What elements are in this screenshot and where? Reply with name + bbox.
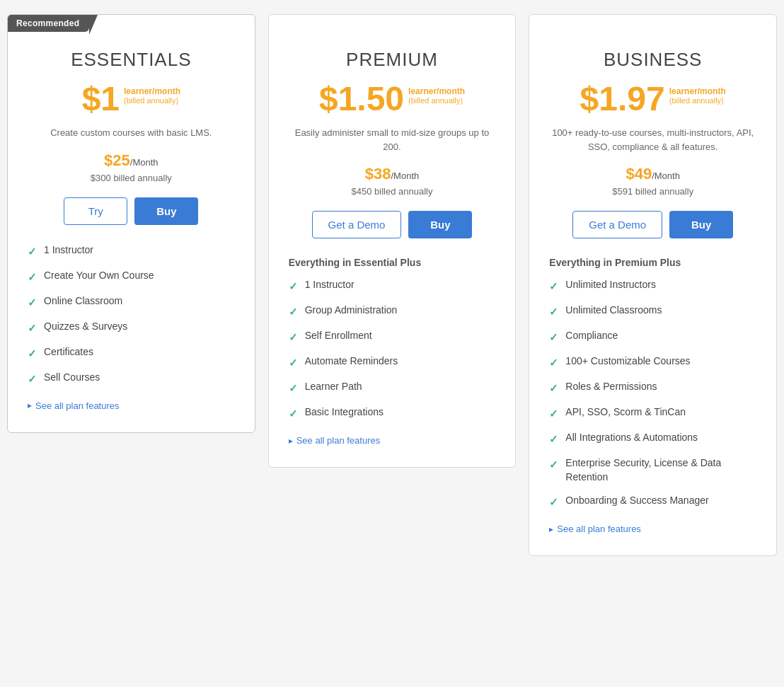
feature-list-premium: ✓ 1 Instructor ✓ Group Administration ✓ … — [289, 278, 496, 421]
get-demo-button-business[interactable]: Get a Demo — [572, 211, 662, 238]
plan-title-business: BUSINESS — [549, 49, 756, 71]
check-icon: ✓ — [289, 304, 298, 319]
feature-item: ✓ API, SSO, Scorm & TinCan — [549, 405, 756, 421]
price-meta-premium: learner/month (billed annually) — [408, 82, 465, 105]
feature-item: ✓ 100+ Customizable Courses — [549, 354, 756, 370]
monthly-price-business: $49/Month — [549, 165, 756, 183]
see-all-label-premium: See all plan features — [296, 435, 381, 446]
arrow-icon: ▸ — [289, 436, 293, 446]
see-all-link-essentials[interactable]: ▸ See all plan features — [28, 400, 235, 411]
feature-item: ✓ Automate Reminders — [289, 354, 496, 370]
see-all-link-premium[interactable]: ▸ See all plan features — [289, 435, 496, 446]
feature-text: Unlimited Instructors — [565, 278, 656, 292]
feature-item: ✓ Unlimited Instructors — [549, 278, 756, 294]
feature-text: Roles & Permissions — [565, 380, 657, 394]
monthly-amount-business: $49 — [626, 165, 652, 183]
monthly-label-premium: /Month — [391, 171, 419, 181]
recommended-badge: Recommended — [8, 15, 89, 32]
price-amount-essentials: $1 — [82, 82, 120, 116]
buy-button-business[interactable]: Buy — [669, 211, 733, 238]
button-row-premium: Get a DemoBuy — [289, 211, 496, 238]
feature-item: ✓ Sell Courses — [28, 371, 235, 386]
check-icon: ✓ — [549, 406, 558, 421]
feature-item: ✓ Certificates — [28, 345, 235, 361]
feature-text: Automate Reminders — [305, 354, 398, 369]
try-button-essentials[interactable]: Try — [64, 197, 127, 225]
check-icon: ✓ — [28, 371, 37, 386]
feature-item: ✓ Roles & Permissions — [549, 380, 756, 396]
feature-text: Self Enrollment — [305, 329, 372, 343]
feature-item: ✓ All Integrations & Automations — [549, 431, 756, 446]
arrow-icon: ▸ — [549, 524, 553, 534]
feature-text: Create Your Own Course — [44, 269, 154, 283]
monthly-amount-premium: $38 — [365, 165, 391, 183]
get-demo-button-premium[interactable]: Get a Demo — [312, 211, 402, 238]
features-header-business: Everything in Premium Plus — [549, 257, 756, 268]
price-amount-premium: $1.50 — [319, 82, 404, 116]
annual-price-premium: $450 billed annually — [289, 186, 496, 197]
price-per-essentials: learner/month — [124, 86, 180, 96]
feature-item: ✓ Basic Integrations — [289, 405, 496, 421]
monthly-label-business: /Month — [652, 171, 680, 181]
feature-text: Group Administration — [305, 304, 398, 318]
price-row-business: $1.97 learner/month (billed annually) — [549, 82, 756, 116]
price-per-business: learner/month — [669, 86, 726, 96]
check-icon: ✓ — [289, 381, 298, 396]
check-icon: ✓ — [549, 381, 558, 396]
plan-card-business: BUSINESS $1.97 learner/month (billed ann… — [529, 14, 777, 556]
feature-item: ✓ Quizzes & Surveys — [28, 320, 235, 335]
plan-description-essentials: Create custom courses with basic LMS. — [28, 126, 235, 140]
feature-text: 100+ Customizable Courses — [565, 354, 690, 369]
feature-text: Sell Courses — [44, 371, 100, 385]
features-header-premium: Everything in Essential Plus — [289, 257, 496, 268]
feature-text: 1 Instructor — [305, 278, 354, 292]
feature-text: Learner Path — [305, 380, 362, 394]
feature-text: All Integrations & Automations — [565, 431, 698, 445]
price-billed-premium: (billed annually) — [408, 96, 465, 105]
check-icon: ✓ — [549, 432, 558, 446]
price-per-premium: learner/month — [408, 86, 465, 96]
feature-item: ✓ Compliance — [549, 329, 756, 345]
feature-item: ✓ Onboarding & Success Manager — [549, 494, 756, 509]
feature-item: ✓ Self Enrollment — [289, 329, 496, 345]
plan-title-essentials: ESSENTIALS — [28, 49, 235, 71]
check-icon: ✓ — [28, 244, 37, 259]
see-all-link-business[interactable]: ▸ See all plan features — [549, 524, 756, 534]
plan-description-business: 100+ ready-to-use courses, multi-instruc… — [549, 126, 756, 154]
price-meta-essentials: learner/month (billed annually) — [124, 82, 180, 105]
feature-text: Onboarding & Success Manager — [565, 494, 708, 508]
annual-price-business: $591 billed annually — [549, 186, 756, 197]
price-row-premium: $1.50 learner/month (billed annually) — [289, 82, 496, 116]
feature-list-business: ✓ Unlimited Instructors ✓ Unlimited Clas… — [549, 278, 756, 509]
arrow-icon: ▸ — [28, 400, 32, 410]
feature-text: Compliance — [565, 329, 618, 343]
price-meta-business: learner/month (billed annually) — [669, 82, 726, 105]
monthly-amount-essentials: $25 — [104, 151, 130, 169]
feature-text: Online Classroom — [44, 294, 122, 308]
buy-button-premium[interactable]: Buy — [408, 211, 472, 238]
feature-text: Basic Integrations — [305, 405, 384, 420]
button-row-essentials: TryBuy — [28, 197, 235, 225]
check-icon: ✓ — [549, 304, 558, 319]
check-icon: ✓ — [289, 355, 298, 370]
feature-text: Quizzes & Surveys — [44, 320, 127, 334]
feature-item: ✓ Online Classroom — [28, 294, 235, 310]
feature-text: Enterprise Security, License & Data Rete… — [565, 456, 756, 484]
price-billed-essentials: (billed annually) — [124, 96, 180, 105]
feature-item: ✓ 1 Instructor — [289, 278, 496, 294]
price-billed-business: (billed annually) — [669, 96, 726, 105]
feature-item: ✓ Group Administration — [289, 304, 496, 319]
feature-item: ✓ Enterprise Security, License & Data Re… — [549, 456, 756, 484]
monthly-price-essentials: $25/Month — [28, 151, 235, 170]
check-icon: ✓ — [549, 330, 558, 345]
feature-item: ✓ 1 Instructor — [28, 243, 235, 259]
feature-text: API, SSO, Scorm & TinCan — [565, 405, 686, 420]
monthly-label-essentials: /Month — [130, 157, 158, 168]
check-icon: ✓ — [28, 295, 37, 310]
check-icon: ✓ — [289, 279, 298, 294]
see-all-label-business: See all plan features — [557, 524, 641, 534]
check-icon: ✓ — [549, 495, 558, 509]
buy-button-essentials[interactable]: Buy — [134, 197, 198, 225]
feature-text: 1 Instructor — [44, 243, 93, 258]
feature-item: ✓ Unlimited Classrooms — [549, 304, 756, 319]
